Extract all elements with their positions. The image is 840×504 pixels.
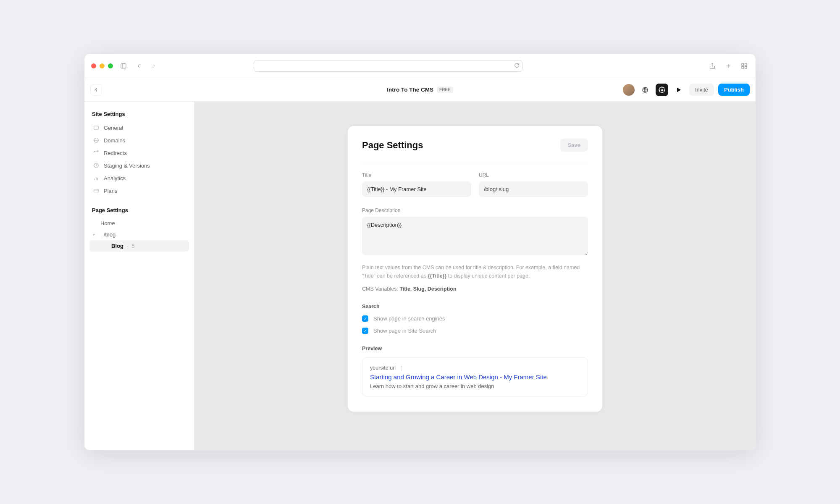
main-canvas: Page Settings Save Title URL Page Descri… xyxy=(194,102,756,450)
app-header: Intro To The CMS FREE Invite Publish xyxy=(84,78,756,102)
url-bar[interactable] xyxy=(254,60,522,72)
cms-vars-values: Title, Slug, Description xyxy=(399,286,456,292)
window-maximize-button[interactable] xyxy=(108,63,113,68)
caret-down-icon: ▾ xyxy=(93,232,97,237)
tree-item-label: /blog xyxy=(104,231,116,238)
nav-forward-icon[interactable] xyxy=(149,61,158,71)
panel-header: Page Settings Save xyxy=(362,139,588,162)
site-search-checkbox[interactable]: ✓ xyxy=(362,328,368,334)
svg-rect-8 xyxy=(745,66,747,68)
sidebar-item-label: Plans xyxy=(104,188,118,194)
tree-item-label: Blog xyxy=(111,243,123,249)
app-back-button[interactable] xyxy=(90,84,102,96)
search-engines-checkbox[interactable]: ✓ xyxy=(362,315,368,322)
sidebar: Site Settings General Domains Redirects … xyxy=(84,102,194,450)
title-label: Title xyxy=(362,172,471,178)
preview-url: yoursite.url xyxy=(370,365,396,371)
help-text: Plain text values from the CMS can be us… xyxy=(362,263,588,280)
svg-rect-5 xyxy=(742,63,744,66)
sidebar-section-page-settings: Page Settings xyxy=(89,205,189,218)
page-settings-panel: Page Settings Save Title URL Page Descri… xyxy=(348,126,602,412)
tree-item-count: 5 xyxy=(132,243,135,249)
window-close-button[interactable] xyxy=(91,63,96,68)
tree-item-home[interactable]: Home xyxy=(89,218,189,229)
search-heading: Search xyxy=(362,304,588,310)
description-label: Page Description xyxy=(362,207,400,213)
tabs-overview-icon[interactable] xyxy=(740,61,749,71)
preview-description: Learn how to start and grow a career in … xyxy=(370,383,580,389)
panel-title: Page Settings xyxy=(362,140,423,151)
search-engines-label: Show page in search engines xyxy=(373,315,445,322)
cms-variables: CMS Variables: Title, Slug, Description xyxy=(362,286,588,292)
chart-icon xyxy=(93,175,100,181)
preview-heading: Preview xyxy=(362,346,588,352)
sidebar-item-label: Domains xyxy=(104,137,125,144)
publish-button[interactable]: Publish xyxy=(718,84,750,96)
cms-vars-label: CMS Variables: xyxy=(362,286,399,292)
sidebar-item-analytics[interactable]: Analytics xyxy=(89,172,189,184)
help-text-post: to display unique content per page. xyxy=(446,273,530,279)
preview-card: yoursite.url ⋮ Starting and Growing a Ca… xyxy=(362,357,588,396)
avatar[interactable] xyxy=(623,84,635,96)
url-label: URL xyxy=(479,172,588,178)
svg-marker-11 xyxy=(677,87,681,92)
preview-title: Starting and Growing a Career in Web Des… xyxy=(370,373,580,381)
app-body: Site Settings General Domains Redirects … xyxy=(84,102,756,450)
sidebar-item-label: Redirects xyxy=(104,150,127,156)
search-engines-row: ✓ Show page in search engines xyxy=(362,315,588,322)
plan-badge: FREE xyxy=(437,87,453,93)
header-actions: Invite Publish xyxy=(623,84,750,96)
sidebar-toggle-icon[interactable] xyxy=(119,61,128,71)
sidebar-item-label: Staging & Versions xyxy=(104,163,150,169)
share-icon[interactable] xyxy=(708,61,717,71)
sidebar-item-plans[interactable]: Plans xyxy=(89,184,189,197)
title-url-row: Title URL xyxy=(362,172,588,197)
browser-chrome xyxy=(84,54,756,78)
sidebar-item-redirects[interactable]: Redirects xyxy=(89,147,189,159)
new-tab-icon[interactable] xyxy=(724,61,733,71)
globe-icon xyxy=(93,137,100,144)
card-icon xyxy=(93,187,100,194)
play-button[interactable] xyxy=(672,84,685,96)
url-input[interactable] xyxy=(479,181,588,197)
tree-separator: · xyxy=(127,243,129,249)
app-title: Intro To The CMS xyxy=(387,87,433,93)
description-section: Page Description xyxy=(362,207,588,257)
svg-rect-18 xyxy=(94,189,99,192)
window-minimize-button[interactable] xyxy=(100,63,105,68)
browser-window: Intro To The CMS FREE Invite Publish Sit… xyxy=(84,53,756,451)
traffic-lights xyxy=(91,63,113,68)
sidebar-item-general[interactable]: General xyxy=(89,121,189,134)
globe-button[interactable] xyxy=(639,84,651,96)
sidebar-item-label: Analytics xyxy=(104,175,126,181)
page-tree: Page Settings Home ▾ /blog Blog · 5 xyxy=(89,205,189,252)
settings-button[interactable] xyxy=(656,84,668,96)
title-field-col: Title xyxy=(362,172,471,197)
svg-point-10 xyxy=(661,89,663,91)
tree-item-blog-folder[interactable]: ▾ /blog xyxy=(89,229,189,240)
nav-back-icon[interactable] xyxy=(134,61,143,71)
refresh-icon[interactable] xyxy=(514,63,520,69)
kebab-icon[interactable]: ⋮ xyxy=(399,365,405,371)
svg-rect-6 xyxy=(745,63,747,66)
title-input[interactable] xyxy=(362,181,471,197)
svg-rect-0 xyxy=(121,63,126,68)
sidebar-item-label: General xyxy=(104,125,123,131)
sidebar-item-domains[interactable]: Domains xyxy=(89,134,189,147)
tree-item-blog[interactable]: Blog · 5 xyxy=(89,240,189,252)
general-icon xyxy=(93,124,100,131)
invite-button[interactable]: Invite xyxy=(689,84,714,96)
save-button[interactable]: Save xyxy=(560,139,588,152)
sidebar-item-staging[interactable]: Staging & Versions xyxy=(89,159,189,172)
svg-rect-12 xyxy=(94,126,99,129)
browser-right-actions xyxy=(708,61,749,71)
site-search-label: Show page in Site Search xyxy=(373,328,436,334)
svg-rect-7 xyxy=(742,66,744,68)
clock-icon xyxy=(93,162,100,169)
description-input[interactable] xyxy=(362,217,588,255)
help-text-token: {{Title}} xyxy=(428,273,446,279)
preview-url-row: yoursite.url ⋮ xyxy=(370,365,580,371)
sidebar-section-site-settings: Site Settings xyxy=(89,109,189,121)
url-field-col: URL xyxy=(479,172,588,197)
tree-item-label: Home xyxy=(100,220,115,226)
